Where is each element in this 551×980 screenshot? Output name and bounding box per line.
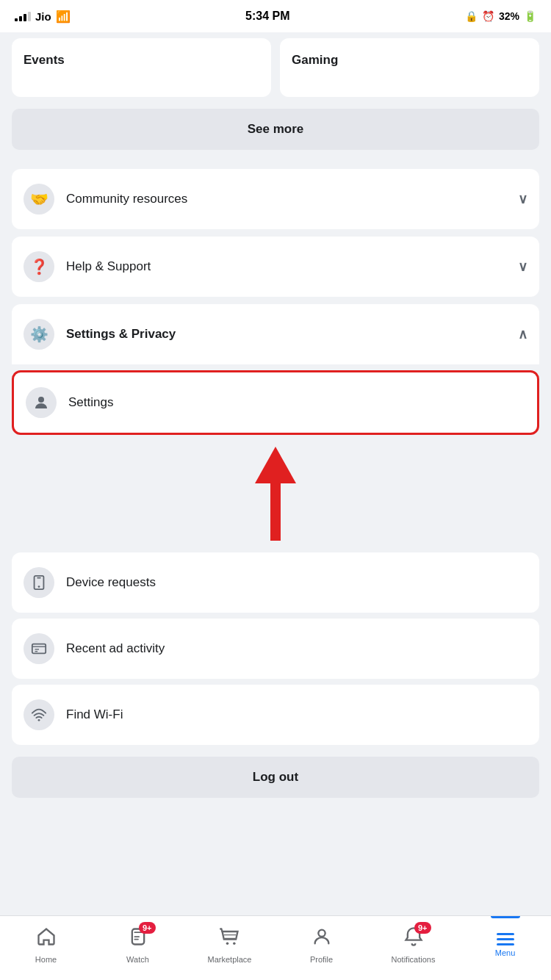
main-content: Events Gaming See more 🤝 Community resou… [0, 32, 551, 883]
active-indicator [491, 916, 520, 918]
settings-privacy-icon: ⚙️ [24, 319, 54, 350]
help-icon: ❓ [24, 251, 54, 282]
top-cards-row: Events Gaming [0, 32, 551, 109]
svg-rect-4 [32, 644, 46, 654]
nav-home[interactable]: Home [0, 916, 92, 980]
watch-badge: 9+ [139, 922, 156, 934]
notifications-badge: 9+ [414, 922, 431, 934]
events-card[interactable]: Events [12, 38, 271, 97]
settings-item-label: Settings [68, 395, 113, 410]
marketplace-icon [220, 926, 240, 952]
nav-profile[interactable]: Profile [276, 916, 367, 980]
community-label: Community resources [66, 192, 187, 206]
settings-item-icon [26, 387, 57, 418]
standalone-sections: 🤝 Community resources ∨ ❓ Help & Support… [0, 169, 551, 297]
events-label: Events [24, 53, 65, 68]
nav-menu[interactable]: Menu [459, 916, 551, 980]
status-right: 🔒 ⏰ 32% 🔋 [465, 10, 536, 22]
help-support-row[interactable]: ❓ Help & Support ∨ [12, 237, 539, 297]
settings-privacy-section: ⚙️ Settings & Privacy ∧ [12, 304, 539, 364]
find-wifi-label: Find Wi-Fi [66, 707, 123, 722]
recent-ad-label: Recent ad activity [66, 641, 165, 656]
lock-icon: 🔒 [465, 10, 478, 22]
settings-item[interactable]: Settings [12, 370, 539, 435]
status-bar: Jio 📶 5:34 PM 🔒 ⏰ 32% 🔋 [0, 0, 551, 32]
gaming-card[interactable]: Gaming [280, 38, 539, 97]
settings-sub-items: Settings Device requests [0, 370, 551, 745]
arrow-head [255, 447, 296, 483]
wifi-find-icon [24, 699, 54, 730]
notifications-icon: 9+ [403, 926, 424, 952]
nav-notifications[interactable]: 9+ Notifications [367, 916, 459, 980]
community-icon: 🤝 [24, 184, 54, 215]
menu-label: Menu [495, 948, 516, 957]
community-chevron: ∨ [518, 191, 527, 207]
nav-watch[interactable]: 9+ Watch [92, 916, 184, 980]
settings-privacy-header[interactable]: ⚙️ Settings & Privacy ∧ [12, 304, 539, 364]
help-chevron: ∨ [518, 259, 527, 275]
home-label: Home [35, 955, 57, 964]
nav-marketplace[interactable]: Marketplace [184, 916, 276, 980]
svg-point-0 [38, 397, 44, 403]
red-arrow [255, 447, 296, 541]
alarm-icon: ⏰ [482, 10, 494, 22]
help-left: ❓ Help & Support [24, 251, 151, 282]
marketplace-label: Marketplace [208, 955, 252, 964]
find-wifi-item[interactable]: Find Wi-Fi [12, 685, 539, 745]
settings-privacy-label: Settings & Privacy [66, 327, 176, 342]
watch-label: Watch [126, 955, 149, 964]
svg-point-3 [38, 586, 40, 588]
sp-header-left: ⚙️ Settings & Privacy [24, 319, 176, 350]
see-more-section: See more [0, 109, 551, 162]
recent-ad-item[interactable]: Recent ad activity [12, 619, 539, 679]
logout-section: Log out [0, 745, 551, 810]
ad-icon [24, 633, 54, 664]
logout-button[interactable]: Log out [12, 757, 539, 798]
profile-label: Profile [310, 955, 333, 964]
menu-icon [497, 933, 514, 945]
svg-point-12 [318, 930, 325, 937]
help-label: Help & Support [66, 259, 151, 274]
signal-icon [15, 12, 31, 21]
settings-privacy-chevron: ∧ [518, 326, 527, 342]
svg-rect-2 [37, 577, 41, 579]
wifi-icon: 📶 [56, 10, 71, 24]
svg-point-10 [226, 943, 228, 945]
watch-icon: 9+ [128, 926, 148, 952]
svg-point-8 [38, 719, 40, 721]
battery-icon: 🔋 [524, 10, 536, 22]
arrow-shaft [270, 482, 281, 541]
device-icon [24, 567, 54, 598]
device-requests-label: Device requests [66, 575, 156, 590]
community-resources-row[interactable]: 🤝 Community resources ∨ [12, 169, 539, 229]
carrier-label: Jio [35, 10, 51, 23]
gaming-label: Gaming [292, 53, 338, 68]
home-icon [36, 926, 57, 952]
notifications-label: Notifications [392, 955, 436, 964]
bottom-nav: Home 9+ Watch Marketplace [0, 915, 551, 980]
see-more-button[interactable]: See more [12, 109, 539, 150]
time-display: 5:34 PM [245, 10, 289, 23]
community-left: 🤝 Community resources [24, 184, 187, 215]
profile-icon [311, 926, 332, 952]
status-left: Jio 📶 [15, 10, 71, 24]
device-requests-item[interactable]: Device requests [12, 552, 539, 613]
menu-lines-icon [497, 933, 514, 945]
red-arrow-container [12, 441, 539, 547]
svg-point-11 [233, 943, 236, 945]
battery-label: 32% [499, 10, 519, 22]
